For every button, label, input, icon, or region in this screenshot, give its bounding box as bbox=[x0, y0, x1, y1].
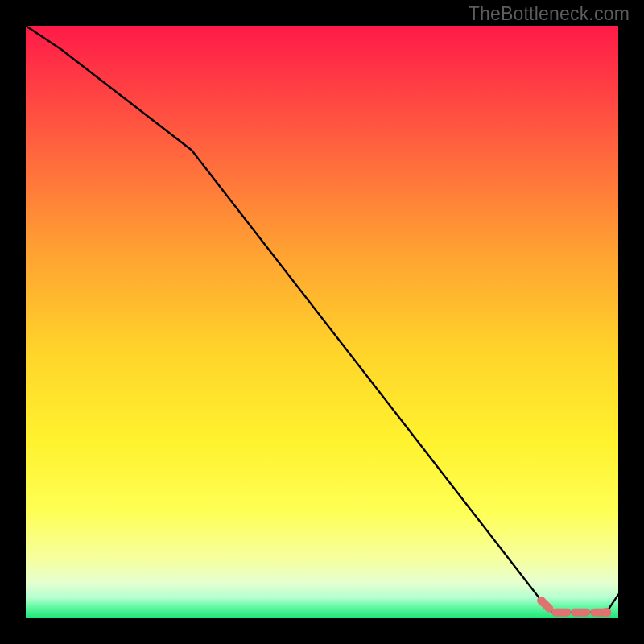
optimal-range-start-dot bbox=[537, 597, 545, 605]
chart-container: { "watermark": "TheBottleneck.com", "col… bbox=[0, 0, 644, 644]
bottleneck-chart bbox=[0, 0, 644, 644]
optimal-range-end-dot bbox=[601, 608, 611, 617]
watermark-text: TheBottleneck.com bbox=[469, 3, 630, 25]
gradient-plot-bg bbox=[26, 26, 618, 618]
